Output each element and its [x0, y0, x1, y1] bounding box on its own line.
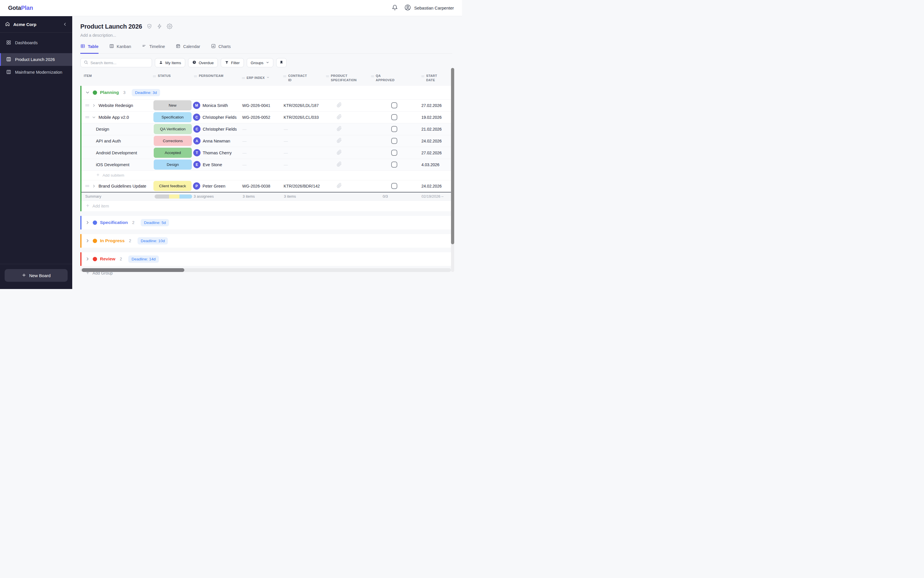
qa-checkbox[interactable] — [391, 114, 397, 120]
qa-checkbox[interactable] — [391, 126, 397, 132]
item-name[interactable]: Design — [96, 127, 109, 132]
contract-id-cell[interactable]: KTR/2026/LDL/187 — [284, 103, 326, 108]
group-chevron-icon[interactable] — [85, 257, 90, 261]
qa-checkbox[interactable] — [391, 138, 397, 144]
column-header-spec[interactable]: Product Specification — [326, 74, 371, 82]
drag-handle-icon[interactable] — [153, 74, 156, 79]
status-cell[interactable]: Accepted — [152, 147, 193, 159]
column-header-qa[interactable]: QA Approved — [371, 74, 417, 82]
status-cell[interactable]: QA Verification — [152, 123, 193, 135]
add-item-button[interactable]: Add item — [81, 201, 451, 211]
sidebar-collapse-button[interactable] — [63, 22, 67, 27]
item-name[interactable]: Website Redesign — [99, 103, 133, 108]
person-cell[interactable]: T Thomas Cherry — [193, 149, 242, 156]
product-spec-cell[interactable] — [326, 114, 371, 120]
bookmark-button[interactable] — [276, 58, 287, 67]
status-pill[interactable]: Client feedback — [153, 181, 191, 191]
product-spec-cell[interactable] — [326, 162, 371, 168]
status-pill[interactable]: Accepted — [154, 148, 192, 158]
status-pill[interactable]: Design — [154, 159, 192, 170]
product-spec-cell[interactable] — [326, 126, 371, 132]
status-cell[interactable]: New — [152, 99, 193, 111]
group-header[interactable]: Specification 2 Deadline: 5d — [81, 216, 451, 229]
qa-checkbox[interactable] — [391, 183, 397, 189]
drag-handle-icon[interactable] — [194, 74, 197, 79]
start-date-cell[interactable]: 27.02.2026 — [417, 103, 451, 108]
overdue-button[interactable]: Overdue — [188, 58, 218, 67]
person-cell[interactable]: C Christopher Fields — [193, 125, 242, 133]
start-date-cell[interactable]: 24.02.2026 — [417, 184, 451, 188]
gear-icon[interactable] — [167, 23, 172, 30]
horizontal-scrollbar-thumb[interactable] — [82, 268, 184, 272]
product-spec-cell[interactable] — [326, 183, 371, 189]
table-row[interactable]: Website Redesign New M Monica Smith WG-2… — [81, 99, 451, 111]
start-date-cell[interactable]: 19.02.2026 — [417, 115, 451, 120]
sidebar-item-mainframe-modernization[interactable]: Mainframe Modernization — [0, 66, 72, 79]
table-row[interactable]: Design QA Verification C Christopher Fie… — [81, 123, 451, 135]
my-items-button[interactable]: My Items — [155, 58, 185, 67]
contract-id-cell[interactable]: — — [284, 127, 326, 132]
contract-id-cell[interactable]: — — [284, 151, 326, 155]
drag-handle-icon[interactable] — [371, 74, 374, 79]
column-header-contract[interactable]: Contract ID — [283, 74, 326, 82]
table-row[interactable]: iOS Development Design E Eve Stone — — 4… — [81, 159, 451, 170]
drag-handle-icon[interactable] — [421, 74, 425, 79]
zap-icon[interactable] — [157, 23, 162, 30]
vertical-scrollbar-thumb[interactable] — [451, 68, 454, 244]
row-chevron-icon[interactable] — [92, 104, 96, 107]
contract-id-cell[interactable]: KTR/2026/LCL/033 — [284, 115, 326, 120]
paperclip-icon[interactable] — [337, 150, 342, 156]
drag-handle-icon[interactable] — [326, 74, 329, 79]
shield-check-icon[interactable] — [146, 23, 152, 30]
group-header[interactable]: In Progress 2 Deadline: 10d — [81, 234, 451, 248]
erp-index-cell[interactable]: — — [242, 127, 284, 132]
status-cell[interactable]: Design — [152, 159, 193, 170]
table-row[interactable]: Mobile App v2.0 Specification C Christop… — [81, 111, 451, 123]
start-date-cell[interactable]: 4.03.2026 — [418, 162, 451, 167]
group-chevron-icon[interactable] — [85, 220, 90, 225]
table-row[interactable]: API and Auth Corrections A Anna Newman —… — [81, 135, 451, 147]
paperclip-icon[interactable] — [337, 114, 342, 120]
horizontal-scrollbar[interactable] — [80, 268, 451, 272]
item-name[interactable]: Brand Guidelines Update — [99, 184, 146, 188]
person-cell[interactable]: E Eve Stone — [193, 161, 242, 168]
user-menu[interactable]: Sebastian Carpenter — [404, 4, 454, 12]
start-date-cell[interactable]: 24.02.2026 — [418, 139, 451, 143]
paperclip-icon[interactable] — [337, 183, 342, 189]
person-cell[interactable]: M Monica Smith — [193, 102, 242, 109]
erp-index-cell[interactable]: — — [242, 139, 284, 143]
search-input[interactable] — [91, 61, 149, 65]
new-board-button[interactable]: New Board — [5, 269, 68, 282]
group-header[interactable]: Review 2 Deadline: 14d — [81, 252, 451, 266]
erp-index-cell[interactable]: WG-2026-0052 — [242, 115, 284, 120]
drag-handle-icon[interactable] — [242, 76, 245, 80]
group-header[interactable]: Planning 3 Deadline: 3d — [81, 86, 451, 99]
status-pill[interactable]: Specification — [153, 112, 191, 122]
tab-timeline[interactable]: Timeline — [142, 44, 165, 54]
vertical-scrollbar[interactable] — [451, 68, 454, 272]
erp-index-cell[interactable]: WG-2026-0038 — [242, 184, 284, 188]
column-header-status[interactable]: Status — [151, 74, 192, 82]
status-cell[interactable]: Specification — [152, 111, 193, 123]
drag-handle-icon[interactable] — [85, 185, 89, 187]
person-cell[interactable]: P Peter Green — [193, 182, 242, 190]
notifications-button[interactable] — [392, 5, 398, 11]
paperclip-icon[interactable] — [337, 102, 342, 109]
qa-checkbox[interactable] — [391, 162, 397, 167]
contract-id-cell[interactable]: — — [284, 162, 326, 167]
qa-checkbox[interactable] — [391, 102, 397, 109]
status-pill[interactable]: Corrections — [154, 136, 192, 146]
groups-dropdown[interactable]: Groups — [247, 58, 273, 67]
status-cell[interactable]: Client feedback — [152, 180, 193, 192]
column-header-item[interactable]: Item — [80, 74, 151, 82]
workspace-header[interactable]: Acme Corp — [0, 16, 72, 32]
start-date-cell[interactable]: 27.02.2026 — [418, 151, 451, 155]
item-name[interactable]: iOS Development — [96, 162, 130, 167]
row-chevron-icon[interactable] — [92, 115, 96, 119]
tab-table[interactable]: Table — [80, 44, 99, 54]
status-cell[interactable]: Corrections — [152, 135, 193, 147]
item-name[interactable]: API and Auth — [96, 139, 121, 143]
tab-calendar[interactable]: Calendar — [176, 44, 200, 54]
drag-handle-icon[interactable] — [85, 104, 89, 107]
column-header-date[interactable]: Start Date — [417, 74, 451, 82]
